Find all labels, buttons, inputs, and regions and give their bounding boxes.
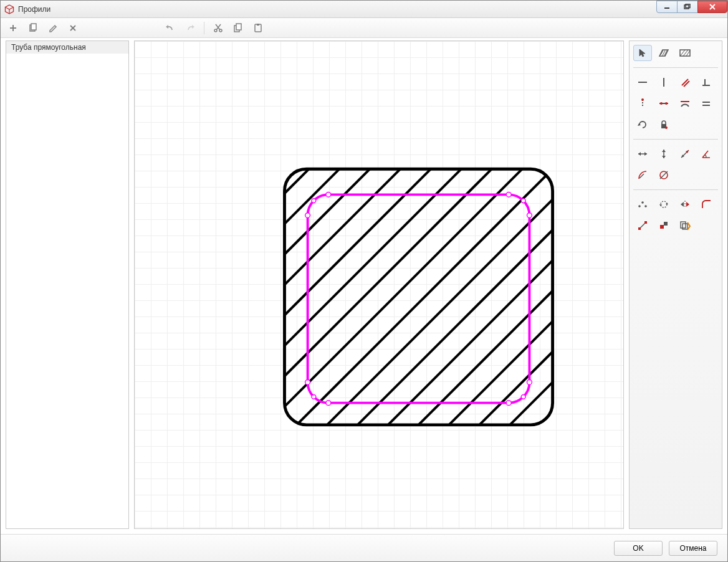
tool-copy-props[interactable] [654,217,673,234]
tool-line-parallel[interactable] [676,74,694,90]
svg-point-91 [641,201,644,204]
minimize-button[interactable] [656,1,678,13]
hatch-fill [248,133,589,455]
tool-fix-rotation[interactable] [633,117,652,133]
toolbar-separator [204,22,204,34]
svg-rect-20 [236,24,241,30]
svg-rect-101 [644,221,647,224]
redo-button[interactable] [181,21,199,36]
content-area: Труба прямоугольная [1,38,727,534]
dialog-footer: OK Отмена [1,534,727,561]
svg-point-48 [326,401,331,406]
tool-dim-radius[interactable] [633,167,652,183]
svg-marker-83 [662,156,666,158]
add-button[interactable] [4,21,22,36]
tool-divider-3 [633,189,718,190]
cancel-button[interactable]: Отмена [669,541,717,556]
tool-lock[interactable] [654,117,673,133]
svg-point-45 [527,213,532,218]
maximize-button[interactable] [677,1,698,13]
svg-marker-79 [638,152,641,156]
tool-line-perpendicular[interactable] [697,74,716,90]
svg-point-92 [644,205,647,207]
main-toolbar [1,18,727,38]
tool-snap-points[interactable] [633,196,652,212]
svg-line-32 [266,133,589,455]
tool-row-transform [633,196,718,212]
svg-line-35 [358,224,589,455]
svg-point-47 [506,401,511,406]
undo-button[interactable] [161,21,179,36]
tool-palette [629,40,722,529]
edit-button[interactable] [44,21,62,36]
tool-hatch-body[interactable] [676,45,694,61]
svg-point-68 [641,98,644,101]
svg-line-63 [682,79,688,85]
svg-point-46 [527,379,532,384]
svg-line-26 [248,133,406,291]
profile-list-item[interactable]: Труба прямоугольная [6,41,128,54]
tool-row-lines [633,74,718,90]
copy-button[interactable] [24,21,42,36]
copy-clipboard-button[interactable] [229,21,247,36]
tool-row-lines2 [633,95,718,112]
svg-point-77 [665,126,668,129]
tool-dim-vertical[interactable] [654,146,673,162]
dialog-window: Профили [0,0,728,562]
tool-dim-aligned[interactable] [676,146,694,162]
tool-mirror[interactable] [676,196,694,212]
svg-line-24 [248,133,345,230]
tool-tangent-arc[interactable] [676,95,694,112]
tool-equals[interactable] [697,95,716,112]
svg-point-71 [665,102,668,105]
svg-line-33 [297,163,589,455]
svg-rect-102 [660,225,664,229]
sketch-svg [135,41,623,528]
tool-hatch-shape[interactable] [654,45,673,61]
svg-rect-100 [638,227,641,230]
tool-point[interactable] [633,95,652,112]
tool-pointer[interactable] [633,45,652,61]
outer-profile [284,169,552,425]
tool-fillet[interactable] [697,196,716,212]
cut-button[interactable] [209,21,227,36]
svg-point-43 [326,192,331,197]
window-controls [657,1,727,17]
tool-row-dims2 [633,167,718,183]
tool-row-transform2 [633,217,718,234]
tool-coincident[interactable] [654,95,673,112]
tool-dim-angle[interactable] [697,146,716,162]
app-icon [4,4,14,14]
tool-scale[interactable] [633,217,652,234]
delete-button[interactable] [64,21,82,36]
profile-list-label: Труба прямоугольная [11,43,86,52]
svg-rect-4 [686,4,690,8]
svg-rect-3 [684,5,689,9]
tool-line-vertical[interactable] [654,74,673,90]
tool-line-horizontal[interactable] [633,74,652,90]
paste-button[interactable] [249,21,267,36]
tool-dim-diameter[interactable] [654,167,673,183]
svg-rect-10 [31,24,36,30]
ok-button[interactable]: OK [614,541,663,556]
svg-point-52 [521,394,525,399]
titlebar: Профили [1,1,727,18]
tool-rotate[interactable] [654,196,673,212]
svg-rect-104 [681,222,686,228]
tool-dim-horizontal[interactable] [633,146,652,162]
svg-marker-98 [686,202,689,207]
tool-row-select [633,45,718,61]
svg-point-90 [638,205,641,207]
svg-point-70 [660,102,663,105]
svg-line-31 [248,133,559,444]
svg-line-23 [248,133,315,200]
svg-marker-94 [666,202,668,204]
tool-divider-2 [633,139,718,140]
svg-marker-13 [166,25,168,29]
close-button[interactable] [697,1,727,13]
profile-list: Труба прямоугольная [6,40,129,529]
window-title: Профили [18,5,50,14]
tool-auto-constrain[interactable] [676,217,694,234]
sketch-canvas[interactable] [134,40,624,529]
svg-line-38 [449,315,589,455]
